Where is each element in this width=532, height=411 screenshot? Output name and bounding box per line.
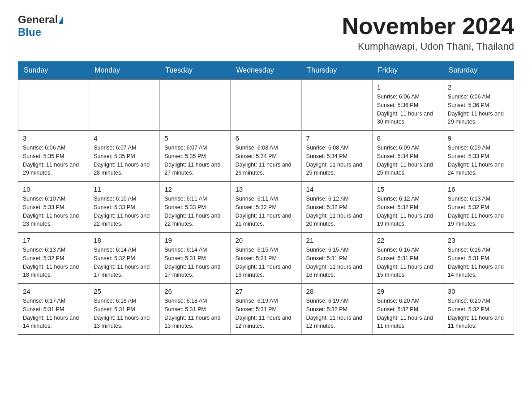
calendar-cell: 2Sunrise: 6:06 AM Sunset: 5:36 PM Daylig… <box>443 79 514 130</box>
day-number: 27 <box>235 287 296 295</box>
calendar-cell: 13Sunrise: 6:11 AM Sunset: 5:32 PM Dayli… <box>231 181 301 232</box>
calendar-cell: 4Sunrise: 6:07 AM Sunset: 5:35 PM Daylig… <box>89 130 160 181</box>
calendar-cell: 17Sunrise: 6:13 AM Sunset: 5:32 PM Dayli… <box>18 232 89 283</box>
day-number: 12 <box>164 185 226 193</box>
day-number: 4 <box>94 134 155 142</box>
day-number: 22 <box>377 236 438 244</box>
calendar-cell: 9Sunrise: 6:09 AM Sunset: 5:33 PM Daylig… <box>443 130 514 181</box>
day-info: Sunrise: 6:16 AM Sunset: 5:31 PM Dayligh… <box>377 246 438 279</box>
day-of-week-header: Tuesday <box>160 62 231 80</box>
calendar-cell: 12Sunrise: 6:11 AM Sunset: 5:33 PM Dayli… <box>160 181 231 232</box>
calendar-cell <box>160 79 231 130</box>
day-of-week-header: Wednesday <box>231 62 301 80</box>
day-number: 19 <box>164 236 226 244</box>
day-info: Sunrise: 6:19 AM Sunset: 5:32 PM Dayligh… <box>306 297 368 330</box>
calendar-cell: 11Sunrise: 6:10 AM Sunset: 5:33 PM Dayli… <box>89 181 160 232</box>
calendar-cell: 23Sunrise: 6:16 AM Sunset: 5:31 PM Dayli… <box>443 232 514 283</box>
calendar-cell: 24Sunrise: 6:17 AM Sunset: 5:31 PM Dayli… <box>18 283 89 334</box>
day-info: Sunrise: 6:12 AM Sunset: 5:32 PM Dayligh… <box>377 195 438 228</box>
calendar-week-row: 1Sunrise: 6:06 AM Sunset: 5:36 PM Daylig… <box>18 79 514 130</box>
day-info: Sunrise: 6:13 AM Sunset: 5:32 PM Dayligh… <box>23 246 84 279</box>
day-info: Sunrise: 6:06 AM Sunset: 5:35 PM Dayligh… <box>23 144 84 177</box>
day-info: Sunrise: 6:15 AM Sunset: 5:31 PM Dayligh… <box>235 246 296 279</box>
day-info: Sunrise: 6:08 AM Sunset: 5:34 PM Dayligh… <box>235 144 296 177</box>
calendar-week-row: 3Sunrise: 6:06 AM Sunset: 5:35 PM Daylig… <box>18 130 514 181</box>
calendar-cell: 16Sunrise: 6:13 AM Sunset: 5:32 PM Dayli… <box>443 181 514 232</box>
day-info: Sunrise: 6:18 AM Sunset: 5:31 PM Dayligh… <box>164 297 226 330</box>
calendar-cell: 26Sunrise: 6:18 AM Sunset: 5:31 PM Dayli… <box>160 283 231 334</box>
day-info: Sunrise: 6:13 AM Sunset: 5:32 PM Dayligh… <box>448 195 509 228</box>
day-number: 8 <box>377 134 438 142</box>
calendar-cell: 20Sunrise: 6:15 AM Sunset: 5:31 PM Dayli… <box>231 232 301 283</box>
day-of-week-header: Thursday <box>301 62 372 80</box>
day-number: 14 <box>306 185 368 193</box>
calendar-cell: 10Sunrise: 6:10 AM Sunset: 5:33 PM Dayli… <box>18 181 89 232</box>
day-info: Sunrise: 6:14 AM Sunset: 5:32 PM Dayligh… <box>94 246 155 279</box>
page-header: General Blue November 2024 Kumphawapi, U… <box>18 13 514 52</box>
day-of-week-header: Friday <box>372 62 443 80</box>
day-info: Sunrise: 6:16 AM Sunset: 5:31 PM Dayligh… <box>448 246 509 279</box>
day-number: 13 <box>235 185 296 193</box>
day-info: Sunrise: 6:09 AM Sunset: 5:34 PM Dayligh… <box>377 144 438 177</box>
day-number: 23 <box>448 236 509 244</box>
day-of-week-header: Sunday <box>18 62 89 80</box>
day-number: 3 <box>23 134 84 142</box>
day-info: Sunrise: 6:07 AM Sunset: 5:35 PM Dayligh… <box>94 144 155 177</box>
day-number: 11 <box>94 185 155 193</box>
calendar-cell: 15Sunrise: 6:12 AM Sunset: 5:32 PM Dayli… <box>372 181 443 232</box>
day-number: 6 <box>235 134 296 142</box>
calendar-week-row: 24Sunrise: 6:17 AM Sunset: 5:31 PM Dayli… <box>18 283 514 334</box>
calendar-cell: 5Sunrise: 6:07 AM Sunset: 5:35 PM Daylig… <box>160 130 231 181</box>
day-number: 30 <box>448 287 509 295</box>
day-number: 24 <box>23 287 84 295</box>
day-of-week-header: Saturday <box>443 62 514 80</box>
calendar-week-row: 17Sunrise: 6:13 AM Sunset: 5:32 PM Dayli… <box>18 232 514 283</box>
calendar-cell: 22Sunrise: 6:16 AM Sunset: 5:31 PM Dayli… <box>372 232 443 283</box>
day-info: Sunrise: 6:12 AM Sunset: 5:32 PM Dayligh… <box>306 195 368 228</box>
day-number: 1 <box>377 83 438 91</box>
day-info: Sunrise: 6:14 AM Sunset: 5:31 PM Dayligh… <box>164 246 226 279</box>
day-number: 28 <box>306 287 368 295</box>
day-info: Sunrise: 6:17 AM Sunset: 5:31 PM Dayligh… <box>23 297 84 330</box>
day-number: 15 <box>377 185 438 193</box>
calendar-cell: 6Sunrise: 6:08 AM Sunset: 5:34 PM Daylig… <box>231 130 301 181</box>
calendar-week-row: 10Sunrise: 6:10 AM Sunset: 5:33 PM Dayli… <box>18 181 514 232</box>
calendar-cell <box>89 79 160 130</box>
day-number: 5 <box>164 134 226 142</box>
day-info: Sunrise: 6:06 AM Sunset: 5:36 PM Dayligh… <box>377 93 438 126</box>
day-info: Sunrise: 6:11 AM Sunset: 5:32 PM Dayligh… <box>235 195 296 228</box>
logo-general-text: General <box>18 13 58 26</box>
day-info: Sunrise: 6:08 AM Sunset: 5:34 PM Dayligh… <box>306 144 368 177</box>
location-subtitle: Kumphawapi, Udon Thani, Thailand <box>342 41 514 52</box>
day-info: Sunrise: 6:10 AM Sunset: 5:33 PM Dayligh… <box>94 195 155 228</box>
day-number: 17 <box>23 236 84 244</box>
page-title: November 2024 <box>342 13 514 39</box>
calendar-cell: 21Sunrise: 6:15 AM Sunset: 5:31 PM Dayli… <box>301 232 372 283</box>
calendar-cell: 8Sunrise: 6:09 AM Sunset: 5:34 PM Daylig… <box>372 130 443 181</box>
day-number: 21 <box>306 236 368 244</box>
day-number: 10 <box>23 185 84 193</box>
day-info: Sunrise: 6:15 AM Sunset: 5:31 PM Dayligh… <box>306 246 368 279</box>
calendar-cell <box>231 79 301 130</box>
day-number: 2 <box>448 83 509 91</box>
day-number: 7 <box>306 134 368 142</box>
calendar-cell: 28Sunrise: 6:19 AM Sunset: 5:32 PM Dayli… <box>301 283 372 334</box>
calendar-cell: 29Sunrise: 6:20 AM Sunset: 5:32 PM Dayli… <box>372 283 443 334</box>
logo-blue-text: Blue <box>18 26 41 38</box>
day-number: 18 <box>94 236 155 244</box>
day-info: Sunrise: 6:20 AM Sunset: 5:32 PM Dayligh… <box>448 297 509 330</box>
day-number: 29 <box>377 287 438 295</box>
title-block: November 2024 Kumphawapi, Udon Thani, Th… <box>342 13 514 52</box>
logo-arrow-icon <box>58 16 63 24</box>
day-number: 26 <box>164 287 226 295</box>
day-info: Sunrise: 6:18 AM Sunset: 5:31 PM Dayligh… <box>94 297 155 330</box>
day-number: 9 <box>448 134 509 142</box>
calendar-table: SundayMondayTuesdayWednesdayThursdayFrid… <box>18 61 514 335</box>
calendar-cell: 3Sunrise: 6:06 AM Sunset: 5:35 PM Daylig… <box>18 130 89 181</box>
logo: General Blue <box>18 13 63 39</box>
calendar-cell: 25Sunrise: 6:18 AM Sunset: 5:31 PM Dayli… <box>89 283 160 334</box>
day-number: 20 <box>235 236 296 244</box>
day-of-week-header: Monday <box>89 62 160 80</box>
day-info: Sunrise: 6:11 AM Sunset: 5:33 PM Dayligh… <box>164 195 226 228</box>
calendar-cell: 14Sunrise: 6:12 AM Sunset: 5:32 PM Dayli… <box>301 181 372 232</box>
